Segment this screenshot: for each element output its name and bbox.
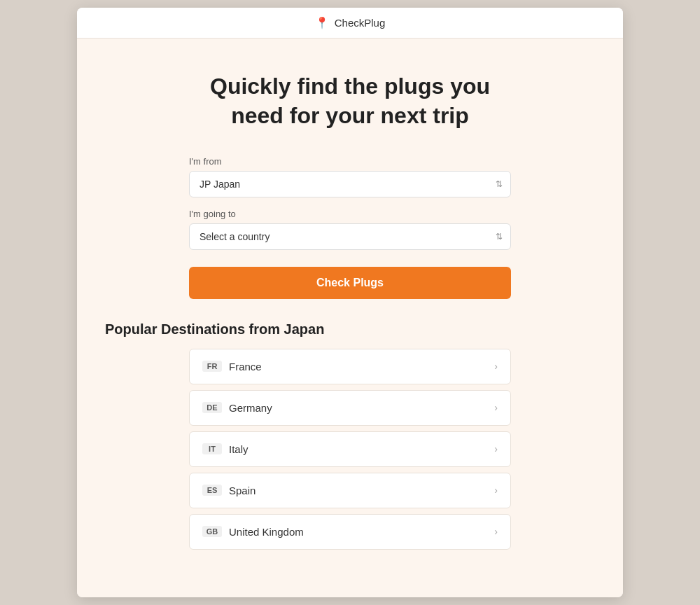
chevron-right-icon-it: › <box>494 443 498 454</box>
country-name-de: Germany <box>229 402 272 414</box>
app-title: CheckPlug <box>335 17 386 29</box>
chevron-right-icon-fr: › <box>494 361 498 372</box>
page-headline: Quickly find the plugs you need for your… <box>182 72 518 130</box>
popular-title: Popular Destinations from Japan <box>105 321 427 338</box>
destination-left-germany: DE Germany <box>202 402 272 414</box>
destination-left-uk: GB United Kingdom <box>202 526 304 538</box>
destination-left-france: FR France <box>202 361 262 373</box>
destination-item-uk[interactable]: GB United Kingdom › <box>189 514 511 550</box>
main-content: Quickly find the plugs you need for your… <box>77 39 623 597</box>
titlebar: 📍 CheckPlug <box>77 8 623 39</box>
from-field-group: I'm from JP Japan US United States GB Un… <box>189 156 511 197</box>
to-select-wrapper: Select a country FR France DE Germany IT… <box>189 223 511 250</box>
from-select[interactable]: JP Japan US United States GB United King… <box>189 171 511 197</box>
chevron-right-icon-de: › <box>494 402 498 413</box>
country-code-gb: GB <box>202 526 222 537</box>
country-name-es: Spain <box>229 485 255 496</box>
app-icon: 📍 <box>315 16 329 29</box>
country-code-fr: FR <box>202 361 222 372</box>
destination-left-spain: ES Spain <box>202 485 255 496</box>
to-select[interactable]: Select a country FR France DE Germany IT… <box>189 223 511 250</box>
destination-item-italy[interactable]: IT Italy › <box>189 431 511 467</box>
destination-left-italy: IT Italy <box>202 443 248 455</box>
app-window: 📍 CheckPlug Quickly find the plugs you n… <box>77 8 623 597</box>
from-label: I'm from <box>189 156 511 167</box>
destinations-list: FR France › DE Germany › IT Italy › <box>189 349 511 555</box>
form-section: I'm from JP Japan US United States GB Un… <box>189 156 511 321</box>
country-name-gb: United Kingdom <box>229 526 304 538</box>
country-name-it: Italy <box>229 443 248 455</box>
chevron-right-icon-es: › <box>494 485 498 496</box>
check-plugs-button[interactable]: Check Plugs <box>189 267 511 299</box>
destination-item-spain[interactable]: ES Spain › <box>189 473 511 508</box>
destination-item-france[interactable]: FR France › <box>189 349 511 384</box>
country-code-it: IT <box>202 443 222 454</box>
to-field-group: I'm going to Select a country FR France … <box>189 209 511 250</box>
chevron-right-icon-gb: › <box>494 526 498 537</box>
country-name-fr: France <box>229 361 262 373</box>
to-label: I'm going to <box>189 209 511 219</box>
from-select-wrapper: JP Japan US United States GB United King… <box>189 171 511 197</box>
country-code-es: ES <box>202 485 222 496</box>
destination-item-germany[interactable]: DE Germany › <box>189 390 511 426</box>
country-code-de: DE <box>202 402 222 413</box>
